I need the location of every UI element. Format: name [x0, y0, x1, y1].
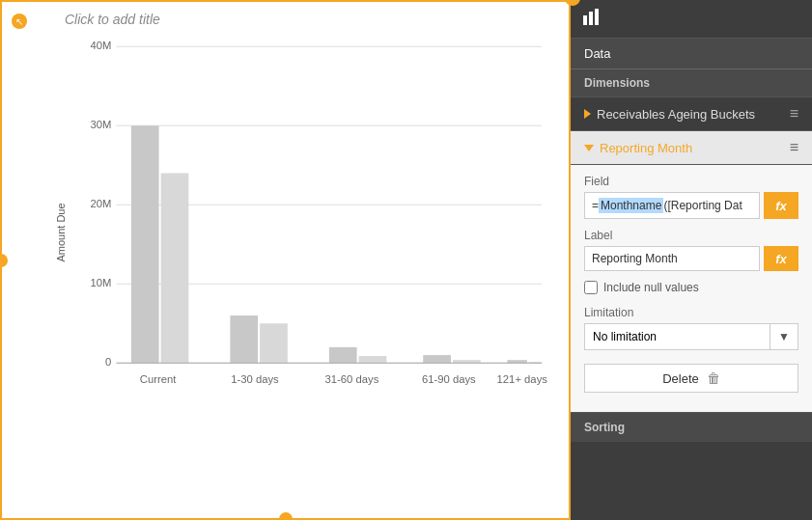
- svg-text:0: 0: [105, 356, 111, 368]
- delete-button[interactable]: Delete 🗑: [584, 364, 798, 393]
- top-mid-handle[interactable]: [280, 0, 292, 2]
- svg-text:Current: Current: [140, 373, 177, 385]
- chart-svg: 40M 30M 20M 10M 0: [70, 37, 559, 432]
- limitation-select-row: No limitation ▼: [584, 323, 798, 350]
- include-null-row: Include null values: [584, 281, 798, 294]
- include-null-label: Include null values: [603, 281, 699, 294]
- svg-text:121+ days: 121+ days: [497, 373, 548, 385]
- expanded-reporting-month-panel: Field =Monthname([Reporting Dat fx Label…: [571, 165, 812, 412]
- svg-rect-28: [595, 9, 599, 25]
- dimensions-section-label: Dimensions: [571, 69, 812, 97]
- field-fx-button[interactable]: fx: [764, 192, 798, 219]
- svg-rect-15: [359, 356, 387, 363]
- collapse-icon-receivables: [584, 109, 591, 119]
- sorting-section[interactable]: Sorting: [571, 412, 812, 442]
- delete-label: Delete: [662, 371, 699, 386]
- chart-container: ↖ Click to add title Amount Due 40M 30M …: [0, 0, 571, 520]
- svg-text:30M: 30M: [90, 119, 111, 130]
- svg-rect-13: [260, 323, 288, 363]
- field-highlight: Monthname: [599, 198, 663, 213]
- chart-title-bar: ↖ Click to add title: [60, 12, 559, 27]
- limitation-label: Limitation: [584, 306, 798, 319]
- field-prefix: =: [592, 199, 599, 212]
- dimension-receivables-left: Receivables Ageing Buckets: [584, 107, 755, 122]
- dimension-receivables[interactable]: Receivables Ageing Buckets ≡: [571, 97, 812, 131]
- svg-rect-12: [230, 315, 258, 363]
- svg-rect-10: [131, 125, 159, 363]
- svg-text:40M: 40M: [90, 40, 111, 51]
- field-label: Field: [584, 175, 798, 188]
- dimension-reporting-month-menu[interactable]: ≡: [790, 139, 798, 156]
- label-input[interactable]: [584, 246, 760, 271]
- field-rest: ([Reporting Dat: [663, 199, 742, 212]
- data-tab[interactable]: Data: [571, 39, 812, 69]
- svg-text:31-60 days: 31-60 days: [325, 373, 379, 385]
- bottom-resize-handle[interactable]: [279, 512, 293, 520]
- svg-text:10M: 10M: [90, 277, 111, 288]
- panel-header: [571, 0, 812, 39]
- expand-icon-reporting-month: [584, 145, 594, 151]
- svg-rect-27: [589, 12, 593, 25]
- dimension-reporting-month-label: Reporting Month: [600, 141, 692, 155]
- label-input-row: fx: [584, 246, 798, 271]
- svg-rect-16: [423, 355, 451, 363]
- right-panel: Data Dimensions Receivables Ageing Bucke…: [571, 0, 812, 520]
- svg-rect-11: [161, 173, 189, 363]
- field-input[interactable]: =Monthname([Reporting Dat: [584, 192, 760, 219]
- dimension-receivables-label: Receivables Ageing Buckets: [597, 107, 755, 122]
- label-fx-button[interactable]: fx: [764, 246, 798, 271]
- dimension-receivables-menu[interactable]: ≡: [790, 105, 798, 123]
- label-label: Label: [584, 229, 798, 242]
- svg-text:61-90 days: 61-90 days: [422, 373, 476, 385]
- y-axis-label: Amount Due: [55, 203, 67, 261]
- left-resize-handle[interactable]: [0, 254, 8, 267]
- limitation-select[interactable]: No limitation: [584, 323, 770, 350]
- field-input-row: =Monthname([Reporting Dat fx: [584, 192, 798, 219]
- select-arrow-icon[interactable]: ▼: [770, 323, 798, 350]
- trash-icon: 🗑: [707, 370, 720, 386]
- chart-panel-icon: [582, 8, 602, 30]
- delete-row: Delete 🗑: [584, 364, 798, 393]
- svg-rect-26: [583, 15, 587, 25]
- top-left-handle[interactable]: ↖: [12, 14, 27, 29]
- svg-rect-14: [329, 347, 357, 363]
- dimension-reporting-month[interactable]: Reporting Month ≡: [571, 131, 812, 165]
- svg-text:20M: 20M: [90, 198, 111, 209]
- svg-text:1-30 days: 1-30 days: [231, 373, 279, 385]
- chart-title[interactable]: Click to add title: [65, 12, 160, 27]
- include-null-checkbox[interactable]: [584, 281, 598, 294]
- dimension-reporting-month-left: Reporting Month: [584, 141, 692, 155]
